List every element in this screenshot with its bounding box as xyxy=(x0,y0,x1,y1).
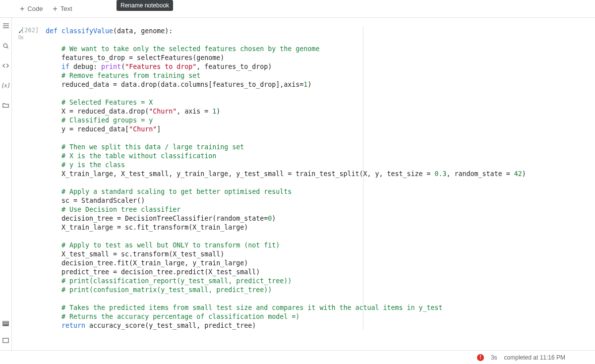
notebook-area[interactable]: ✓ 0s [262] def classifyValue(data, genom… xyxy=(12,18,595,350)
plus-icon: + xyxy=(53,5,57,13)
plus-icon: + xyxy=(20,5,24,13)
menu-icon[interactable] xyxy=(2,22,10,30)
command-palette-icon[interactable] xyxy=(2,319,10,327)
search-icon[interactable] xyxy=(2,42,10,50)
folder-icon[interactable] xyxy=(2,101,10,109)
terminal-icon[interactable] xyxy=(2,336,10,344)
cell-gutter: ✓ 0s xyxy=(18,27,42,330)
svg-point-3 xyxy=(3,44,7,48)
add-code-button[interactable]: + Code xyxy=(15,3,48,15)
svg-line-4 xyxy=(7,47,8,48)
add-code-label: Code xyxy=(27,5,43,12)
exec-count: [262] xyxy=(20,27,39,34)
svg-rect-7 xyxy=(3,325,8,325)
svg-rect-6 xyxy=(3,323,8,324)
column-guide xyxy=(363,27,363,330)
code-cell[interactable]: ✓ 0s [262] def classifyValue(data, genom… xyxy=(18,27,592,330)
code-wrap: [262] def classifyValue(data, genome): #… xyxy=(42,27,592,330)
code-editor[interactable]: def classifyValue(data, genome): # We wa… xyxy=(42,27,592,330)
main-area: {x} ✓ 0s [262] def classifyValue(data, g xyxy=(0,18,595,350)
run-time: 0s xyxy=(18,35,24,40)
variables-icon[interactable]: {x} xyxy=(2,81,10,89)
rename-tooltip: Rename notebook xyxy=(117,0,173,11)
toolbar: + Code + Text Rename notebook xyxy=(0,0,595,18)
code-snippet-icon[interactable] xyxy=(2,61,10,69)
left-rail: {x} xyxy=(0,18,12,350)
add-text-label: Text xyxy=(60,5,72,12)
add-text-button[interactable]: + Text xyxy=(48,3,77,15)
svg-rect-5 xyxy=(3,321,8,323)
svg-rect-8 xyxy=(3,338,8,343)
